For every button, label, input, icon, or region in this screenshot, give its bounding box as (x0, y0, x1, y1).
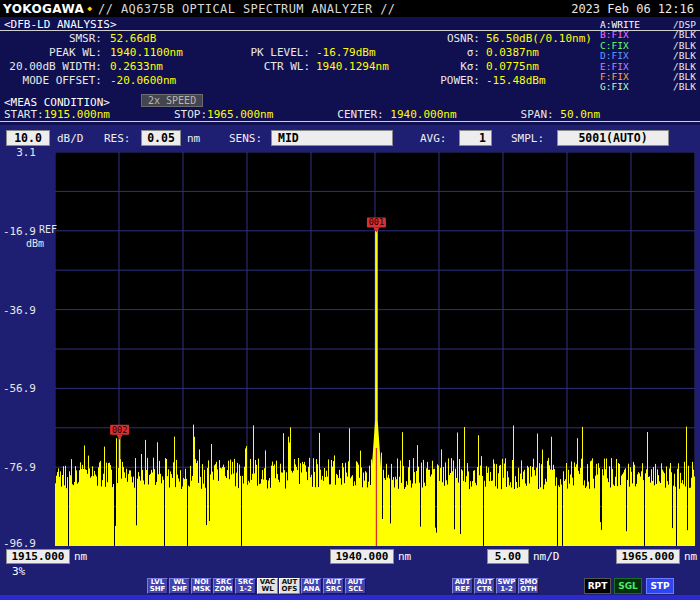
softkey-lvl-shf[interactable]: LVLSHF (147, 578, 168, 594)
analysis-value: 0.0775nm (480, 60, 539, 74)
titlebar: YOKOGAWA ◆ // AQ6375B OPTICAL SPECTRUM A… (0, 0, 700, 17)
analysis-label: CTR WL: (232, 60, 310, 74)
softkey-group: AUTREFAUTCTRSWP1-2SMOOTH (452, 578, 539, 594)
divider (0, 30, 700, 31)
x-per-div-group: 5.00 nm/D (487, 549, 560, 564)
analysis-value: 1940.1294nm (310, 60, 428, 74)
softkey-line2: MSK (193, 586, 210, 594)
meas-label: CENTER: (337, 108, 383, 121)
analysis-label: SMSR: (2, 32, 102, 46)
meas-condition-values: START:1915.000nmSTOP:1965.000nmCENTER: 1… (4, 108, 664, 121)
trace-name: D:FIX (600, 51, 629, 61)
x-center-group: 1940.000 nm (330, 549, 411, 564)
x-center-field[interactable]: 1940.000 (330, 549, 394, 564)
analysis-row: MODE OFFSET:-20.0600nmPOWER:-15.48dBm (2, 74, 602, 88)
softkey-line2: OTH (520, 586, 537, 594)
average-label: AVG: (420, 131, 447, 146)
softkey-aut-scl[interactable]: AUTSCL (345, 578, 366, 594)
stop-sweep-button[interactable]: STP (646, 578, 674, 594)
softkey-line2: CTR (477, 586, 492, 594)
meas-span: SPAN: 50.0nm (521, 108, 600, 121)
x-center-unit: nm (398, 550, 411, 563)
y-axis-unit: dBm (26, 238, 44, 249)
softkey-group: LVLSHFWLSHFNOIMSKSRCZOMSRC1-2VACWLAUTOFS… (147, 578, 366, 594)
softkey-noi-msk[interactable]: NOIMSK (191, 578, 212, 594)
meas-value: 1915.000nm (44, 108, 110, 121)
bottom-edge-strip (0, 595, 700, 600)
softkey-src-1-2[interactable]: SRC1-2 (235, 578, 256, 594)
analysis-value: 0.0387nm (480, 46, 539, 60)
meas-value: 1940.000nm (384, 108, 457, 121)
analysis-value: -16.79dBm (310, 46, 428, 60)
average-field[interactable]: 1 (459, 130, 492, 146)
spectrum-plot[interactable]: 001002 (55, 152, 695, 546)
softkey-line2: ANA (303, 586, 320, 594)
softkey-aut-ofs[interactable]: AUTOFS (279, 578, 300, 594)
softkey-line2: SHF (172, 586, 188, 594)
y-tick-label: 3.1 (0, 146, 36, 159)
analysis-label (232, 74, 310, 88)
softkey-line2: WL (261, 586, 273, 594)
trace-status-list: A:WRITE/DSPB:FIX/BLKC:FIX/BLKD:FIX/BLKE:… (600, 20, 696, 93)
sweep-speed-badge: 2x SPEED (141, 94, 203, 107)
trace-mode: /BLK (673, 51, 696, 61)
level-scale-unit: dB/D (57, 131, 84, 146)
meas-start: START:1915.000nm (4, 108, 110, 121)
analysis-value (310, 32, 428, 46)
level-scale-field[interactable]: 10.0 (6, 130, 50, 146)
analysis-label (232, 32, 310, 46)
x-start-field[interactable]: 1915.000 (6, 549, 70, 564)
sweep-settings-row: 10.0 dB/D RES: 0.05 nm SENS: MID AVG: 1 … (0, 130, 700, 148)
meas-stop: STOP:1965.000nm (174, 108, 273, 121)
analysis-value: 1940.1100nm (102, 46, 232, 60)
softkey-line2: 1-2 (239, 586, 252, 594)
softkey-aut-ref[interactable]: AUTREF (452, 578, 473, 594)
resolution-field[interactable]: 0.05 (141, 130, 181, 146)
softkey-toolbar: LVLSHFWLSHFNOIMSKSRCZOMSRC1-2VACWLAUTOFS… (0, 578, 700, 595)
sensitivity-label: SENS: (229, 131, 262, 146)
analysis-label: Kσ: (428, 60, 480, 74)
analysis-label: OSNR: (428, 32, 480, 46)
softkey-vac-wl[interactable]: VACWL (257, 578, 278, 594)
y-tick-label: -56.9 (0, 382, 36, 395)
analysis-results-grid: SMSR:52.66dBOSNR:56.50dB(/0.10nm)PEAK WL… (2, 32, 602, 88)
analysis-value: 0.2633nm (102, 60, 232, 74)
softkey-aut-ctr[interactable]: AUTCTR (474, 578, 495, 594)
softkey-aut-src[interactable]: AUTSRC (323, 578, 344, 594)
svg-text:002: 002 (112, 425, 127, 435)
analysis-value: 56.50dB(/0.10nm) (480, 32, 592, 46)
resolution-unit: nm (187, 131, 200, 146)
softkey-wl-shf[interactable]: WLSHF (169, 578, 190, 594)
spectrum-chart: 001002 3.1-16.9-36.9-56.9-76.9-96.9 REF … (0, 152, 700, 547)
analysis-label: 20.00dB WIDTH: (2, 60, 102, 74)
trace-status: G:FIX/BLK (600, 82, 696, 92)
softkey-line2: 1-2 (500, 586, 513, 594)
resolution-label: RES: (104, 131, 131, 146)
yokogawa-logo: YOKOGAWA (3, 2, 84, 16)
x-stop-field[interactable]: 1965.000 (616, 549, 680, 564)
softkey-smo-oth[interactable]: SMOOTH (518, 578, 539, 594)
osa-screen: YOKOGAWA ◆ // AQ6375B OPTICAL SPECTRUM A… (0, 0, 700, 600)
analysis-label: PK LEVEL: (232, 46, 310, 60)
repeat-sweep-button[interactable]: RPT (584, 578, 611, 594)
analysis-value: -15.48dBm (480, 74, 546, 88)
meas-label: STOP: (174, 108, 207, 121)
softkey-aut-ana[interactable]: AUTANA (301, 578, 322, 594)
softkey-line2: REF (455, 586, 470, 594)
datetime-display: 2023 Feb 06 12:16 (571, 2, 694, 16)
softkey-src-zom[interactable]: SRCZOM (213, 578, 234, 594)
softkey-swp-1-2[interactable]: SWP1-2 (496, 578, 517, 594)
analysis-value: -20.0600nm (102, 74, 232, 88)
sensitivity-field[interactable]: MID (271, 130, 393, 146)
meas-value: 50.0nm (554, 108, 600, 121)
x-per-div-unit: nm/D (533, 550, 560, 563)
sampling-label: SMPL: (511, 131, 544, 146)
softkey-line2: OFS (282, 586, 298, 594)
sampling-field[interactable]: 5001(AUTO) (557, 130, 669, 146)
analysis-label: POWER: (428, 74, 480, 88)
x-per-div-field[interactable]: 5.00 (487, 549, 529, 564)
analysis-row: PEAK WL:1940.1100nmPK LEVEL:-16.79dBmσ:0… (2, 46, 602, 60)
single-sweep-button[interactable]: SGL (614, 578, 642, 594)
meas-label: SPAN: (521, 108, 554, 121)
softkey-line2: SCL (348, 586, 363, 594)
